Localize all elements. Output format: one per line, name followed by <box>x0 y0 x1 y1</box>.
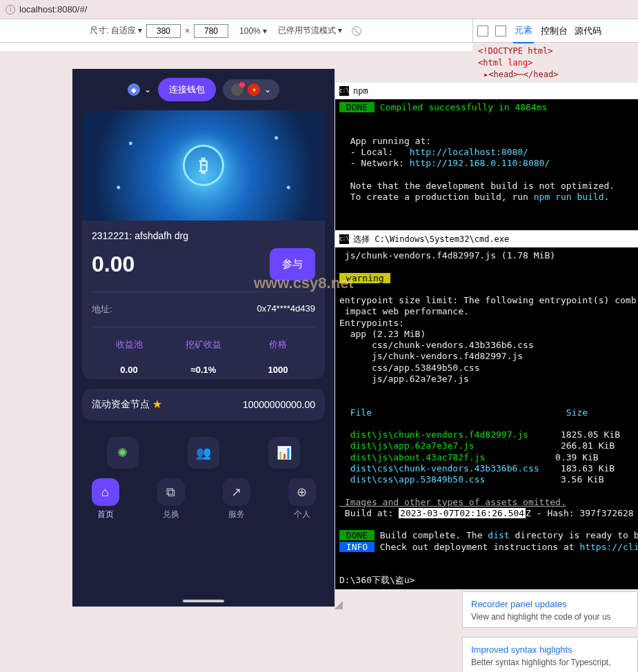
tab-sources[interactable]: 源代码 <box>575 25 601 37</box>
nav-label: 首页 <box>97 509 114 519</box>
src-line: <html <box>478 58 508 68</box>
size-label[interactable]: 尺寸: 自适应 ▾ <box>90 25 142 37</box>
inspect-icon[interactable] <box>477 26 488 37</box>
devtools-tabs: 元素 控制台 源代码 <box>472 19 638 43</box>
terminal-titlebar[interactable]: c:\npm <box>335 83 638 99</box>
mining-header: 挖矿收益 <box>166 338 241 351</box>
width-input[interactable] <box>146 24 181 38</box>
terminal-cmd[interactable]: c:\选择 C:\Windows\System32\cmd.exe js/chu… <box>335 231 638 589</box>
nav-me[interactable]: ⊕个人 <box>288 478 316 520</box>
ethereum-icon: ◆ <box>128 83 140 96</box>
cmd-icon: c:\ <box>339 86 349 96</box>
rotate-icon[interactable] <box>352 26 361 36</box>
product-title: 2312221: afshdafh drg <box>92 230 315 241</box>
terminal-title: npm <box>353 86 368 96</box>
hero-image: ₿ <box>82 110 325 221</box>
terminal-title: 选择 C:\Windows\System32\cmd.exe <box>353 234 509 245</box>
home-icon: ⌂ <box>92 478 119 506</box>
resize-handle-icon[interactable] <box>335 601 343 609</box>
info-icon[interactable]: i <box>6 5 15 14</box>
throttle-dropdown[interactable]: 已停用节流模式 ▾ <box>278 25 342 37</box>
terminal-body: DONE Compiled successfully in 4864ms App… <box>335 99 638 205</box>
nav-home[interactable]: ⌂首页 <box>92 478 119 520</box>
action-users-icon[interactable]: 👥 <box>188 437 219 469</box>
mining-value: ≈0.1% <box>191 365 217 375</box>
address-label: 地址: <box>92 303 112 316</box>
balance-value: 0.00 <box>92 252 134 277</box>
card-title: Improved syntax higlights <box>471 644 629 655</box>
src-line: lang <box>508 58 528 68</box>
nav-service[interactable]: ↗服务 <box>223 478 250 520</box>
price-header: 价格 <box>241 338 315 351</box>
action-chart-icon[interactable]: 📊 <box>268 437 300 469</box>
hero-card: ₿ 2312221: afshdafh drg 0.00 参与 地址: 0x74… <box>82 110 325 379</box>
terminal-body: js/chunk-vendors.f4d82997.js (1.78 MiB) … <box>335 247 638 589</box>
liquidity-value: 10000000000.00 <box>243 399 315 410</box>
notify-icon <box>231 83 243 96</box>
ruler <box>0 43 472 51</box>
terminal-titlebar[interactable]: c:\选择 C:\Windows\System32\cmd.exe <box>335 231 638 247</box>
service-icon: ↗ <box>223 478 250 506</box>
src-line: ▸<head>⋯</head> <box>484 70 558 79</box>
price-value: 1000 <box>268 365 288 375</box>
tab-console[interactable]: 控制台 <box>541 25 568 37</box>
drag-handle[interactable] <box>183 600 224 602</box>
chevron-down-icon: ⌄ <box>264 85 271 94</box>
quick-actions: ✺ 👥 📊 <box>82 437 325 469</box>
chevron-down-icon: ⌄ <box>144 85 151 94</box>
device-frame: ◆ ⌄ 连接钱包 ★ ⌄ ₿ 2312221: afshdafh drg 0.0… <box>72 69 335 607</box>
whatsnew-card[interactable]: Improved syntax higlights Better syntax … <box>462 637 638 672</box>
nav-label: 个人 <box>294 509 310 519</box>
whatsnew-card[interactable]: Recorder panel updates View and highligh… <box>462 591 638 628</box>
app-header: ◆ ⌄ 连接钱包 ★ ⌄ <box>72 69 335 110</box>
action-gear-icon[interactable]: ✺ <box>107 437 139 469</box>
src-line: > <box>528 58 532 68</box>
pool-header: 收益池 <box>92 338 166 351</box>
zoom-dropdown[interactable]: 100% ▾ <box>239 26 267 36</box>
flag-cn-icon: ★ <box>248 83 260 96</box>
tab-elements[interactable]: 元素 <box>513 19 534 43</box>
card-desc: View and highlight the code of your us <box>471 612 629 622</box>
height-input[interactable] <box>194 24 228 38</box>
lang-selector[interactable]: ★ ⌄ <box>223 79 279 100</box>
star-icon: ★ <box>152 398 162 409</box>
bottom-nav: ⌂首页 ⧉兑换 ↗服务 ⊕个人 <box>72 473 335 523</box>
browser-url-bar[interactable]: i localhost:8080/#/ <box>0 0 638 19</box>
chain-selector[interactable]: ◆ ⌄ <box>128 83 151 96</box>
address-value: 0x74****4d439 <box>257 303 315 316</box>
card-title: Recorder panel updates <box>471 599 629 609</box>
nav-label: 兑换 <box>163 509 179 519</box>
device-toggle-icon[interactable] <box>495 26 506 37</box>
elements-source[interactable]: <!DOCTYPE html> <html lang> ▸<head>⋯</he… <box>472 43 638 83</box>
liquidity-label: 流动资金节点 ★ <box>92 398 162 411</box>
join-button[interactable]: 参与 <box>270 248 315 281</box>
pool-value: 0.00 <box>120 365 137 375</box>
stats-row: 收益池0.00 挖矿收益≈0.1% 价格1000 <box>92 338 315 375</box>
nav-label: 服务 <box>228 509 245 519</box>
plus-icon: ⊕ <box>288 478 316 506</box>
src-line: <!DOCTYPE html> <box>478 46 552 56</box>
cmd-icon: c:\ <box>339 234 349 244</box>
url-text: localhost:8080/#/ <box>19 4 87 14</box>
swap-icon: ⧉ <box>157 478 185 506</box>
times-label: × <box>185 26 190 36</box>
terminal-npm[interactable]: c:\npm DONE Compiled successfully in 486… <box>335 83 638 230</box>
connect-wallet-button[interactable]: 连接钱包 <box>158 78 216 101</box>
nav-swap[interactable]: ⧉兑换 <box>157 478 185 520</box>
app-root: ◆ ⌄ 连接钱包 ★ ⌄ ₿ 2312221: afshdafh drg 0.0… <box>72 69 335 607</box>
card-desc: Better syntax highlights for Typescript, <box>471 658 629 667</box>
liquidity-card[interactable]: 流动资金节点 ★ 10000000000.00 <box>82 389 325 420</box>
